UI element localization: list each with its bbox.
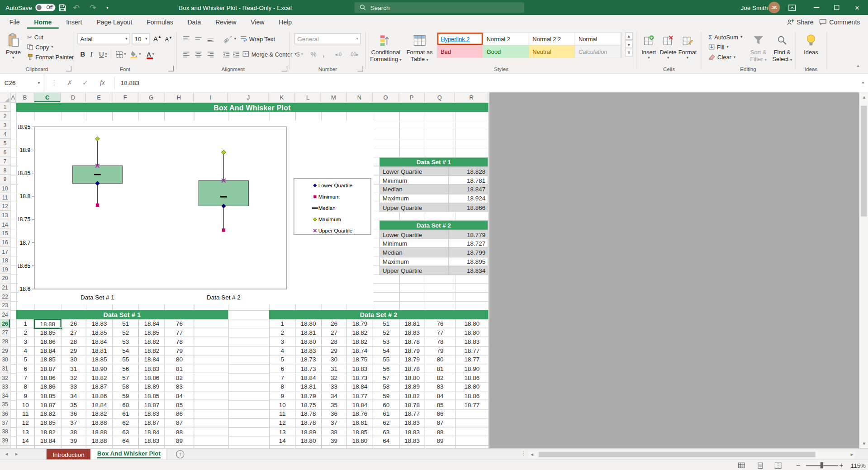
cell[interactable]: 28 bbox=[62, 337, 86, 347]
ribbon-tab-page-layout[interactable]: Page Layout bbox=[89, 15, 139, 29]
cell[interactable]: 13 bbox=[270, 427, 296, 437]
cell-style-hyperlink-2[interactable]: Hyperlink 2 bbox=[437, 33, 483, 45]
cell[interactable]: 18.86 bbox=[35, 382, 62, 391]
cell-style-normal-2-2[interactable]: Normal 2 2 bbox=[529, 33, 574, 45]
cell[interactable]: 18.83 bbox=[455, 337, 489, 347]
cell[interactable]: 54 bbox=[113, 347, 139, 356]
cell[interactable]: 18.85 bbox=[35, 418, 62, 427]
cell[interactable] bbox=[455, 427, 489, 437]
cell[interactable]: 18.76 bbox=[347, 409, 373, 418]
cell[interactable]: 35 bbox=[322, 400, 347, 409]
cell[interactable]: 18.78 bbox=[400, 364, 425, 373]
cell[interactable] bbox=[194, 328, 229, 337]
orientation-button[interactable]: ab→▾ bbox=[221, 33, 237, 44]
cell[interactable]: 62 bbox=[113, 418, 139, 427]
font-dialog-launcher[interactable] bbox=[168, 66, 174, 71]
cell[interactable] bbox=[194, 319, 229, 328]
minimize-button[interactable] bbox=[806, 0, 826, 15]
page-break-view-button[interactable] bbox=[772, 461, 784, 469]
tab-bar-splitter[interactable]: ⋮ bbox=[521, 451, 526, 456]
underline-button[interactable]: U▾ bbox=[97, 49, 109, 60]
column-header-f[interactable]: F bbox=[112, 92, 138, 102]
cell[interactable]: 36 bbox=[322, 409, 347, 418]
cell[interactable]: 18.79 bbox=[296, 391, 322, 400]
cell[interactable]: 18.81 bbox=[347, 418, 373, 427]
column-header-k[interactable]: K bbox=[269, 92, 295, 102]
cell[interactable]: 32 bbox=[322, 373, 347, 382]
cell[interactable]: 61 bbox=[373, 409, 400, 418]
cell[interactable]: 14 bbox=[270, 437, 296, 446]
cell[interactable] bbox=[455, 409, 489, 418]
cell[interactable]: 52 bbox=[113, 328, 139, 337]
cell[interactable]: 18.85 bbox=[347, 427, 373, 437]
scroll-left-arrow[interactable]: ◄ bbox=[530, 452, 534, 457]
cell[interactable]: 26 bbox=[62, 319, 86, 328]
cell[interactable]: 18.89 bbox=[400, 382, 425, 391]
maximize-button[interactable] bbox=[826, 0, 847, 15]
cell[interactable]: 79 bbox=[165, 347, 194, 356]
name-box[interactable]: C26▾ bbox=[0, 74, 44, 92]
cell[interactable]: 77 bbox=[425, 328, 455, 337]
cell[interactable]: 4 bbox=[17, 347, 35, 356]
cell[interactable]: 78 bbox=[165, 337, 194, 347]
ribbon-tab-data[interactable]: Data bbox=[180, 15, 209, 29]
sheet-tab-box-and-whisker-plot[interactable]: Box And Whisker Plot bbox=[91, 449, 167, 460]
cell[interactable]: 63 bbox=[373, 427, 400, 437]
cell[interactable]: 9 bbox=[17, 391, 35, 400]
undo-button[interactable]: ↶ bbox=[73, 0, 80, 15]
cell[interactable]: 2 bbox=[270, 328, 296, 337]
cell[interactable] bbox=[194, 418, 229, 427]
cell[interactable]: 18.85 bbox=[35, 328, 62, 337]
cell[interactable]: 4 bbox=[270, 347, 296, 356]
column-header-b[interactable]: B bbox=[16, 92, 34, 102]
decrease-decimal-button[interactable]: .00▸ bbox=[348, 49, 360, 60]
sheet-nav-right-arrow[interactable]: ► bbox=[14, 452, 19, 457]
cell[interactable]: 14 bbox=[17, 437, 35, 446]
cell[interactable]: 82 bbox=[425, 373, 455, 382]
font-color-button[interactable]: A▾ bbox=[145, 49, 156, 60]
cell[interactable]: 18.87 bbox=[35, 364, 62, 373]
cell[interactable]: 18.78 bbox=[296, 409, 322, 418]
cell[interactable]: 18.82 bbox=[139, 347, 165, 356]
cell[interactable]: 18.87 bbox=[139, 400, 165, 409]
normal-view-button[interactable] bbox=[735, 461, 747, 469]
align-center-button[interactable] bbox=[193, 49, 204, 60]
cell[interactable]: 18.79 bbox=[347, 319, 373, 328]
format-cells-button[interactable]: Format▾ bbox=[678, 30, 697, 60]
cell[interactable]: 18.87 bbox=[139, 418, 165, 427]
cell[interactable]: 29 bbox=[322, 347, 347, 356]
ribbon-tab-formulas[interactable]: Formulas bbox=[139, 15, 180, 29]
increase-decimal-button[interactable]: ◂.0 bbox=[333, 49, 343, 60]
ribbon-display-options-button[interactable] bbox=[788, 0, 796, 15]
cell[interactable] bbox=[194, 347, 229, 356]
cell[interactable]: 18.82 bbox=[86, 373, 113, 382]
cell[interactable]: 3 bbox=[270, 337, 296, 347]
ribbon-tab-home[interactable]: Home bbox=[27, 15, 59, 29]
cell[interactable]: 58 bbox=[373, 382, 400, 391]
cell[interactable] bbox=[194, 364, 229, 373]
cell[interactable]: 39 bbox=[62, 437, 86, 446]
zoom-level[interactable]: 115% bbox=[844, 460, 866, 470]
cell[interactable]: 18.88 bbox=[86, 427, 113, 437]
column-header-e[interactable]: E bbox=[86, 92, 113, 102]
cell[interactable]: 18.84 bbox=[86, 337, 113, 347]
cell[interactable]: 1 bbox=[270, 319, 296, 328]
cell[interactable] bbox=[194, 373, 229, 382]
delete-cells-button[interactable]: Delete▾ bbox=[659, 30, 678, 60]
cell[interactable]: 18.86 bbox=[455, 391, 489, 400]
cell[interactable]: 18.89 bbox=[296, 427, 322, 437]
insert-cells-button[interactable]: Insert▾ bbox=[640, 30, 659, 60]
column-header-g[interactable]: G bbox=[138, 92, 165, 102]
selected-cell[interactable]: 18.88 bbox=[34, 319, 62, 329]
find-select-button[interactable]: Find & Select ▾ bbox=[771, 30, 793, 62]
clear-button[interactable]: Clear▾ bbox=[707, 52, 737, 62]
cell[interactable]: 61 bbox=[113, 409, 139, 418]
align-middle-button[interactable] bbox=[193, 33, 204, 44]
ideas-button[interactable]: Ideas bbox=[799, 30, 823, 55]
italic-button[interactable]: I bbox=[89, 49, 94, 60]
cell[interactable]: 35 bbox=[62, 400, 86, 409]
collapse-ribbon-button[interactable]: ▴ bbox=[857, 63, 859, 68]
cell[interactable]: 86 bbox=[165, 409, 194, 418]
cell[interactable] bbox=[194, 437, 229, 446]
cell[interactable]: 18.83 bbox=[86, 319, 113, 328]
